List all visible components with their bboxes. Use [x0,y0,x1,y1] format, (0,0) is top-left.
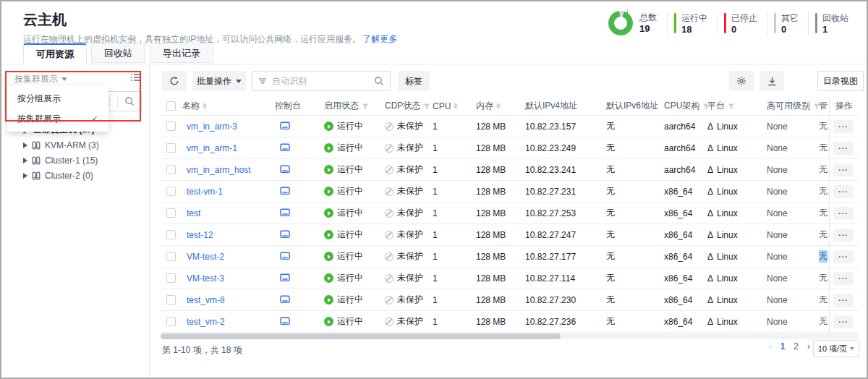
vm-name-link[interactable]: vm_in_arm-3 [187,122,237,132]
row-checkbox[interactable] [166,122,176,131]
vm-name-link[interactable]: test [187,208,200,218]
tree-item-Cluster-1[interactable]: Cluster-1 (15) [1,153,149,168]
console-icon[interactable] [280,143,290,153]
more-actions-button[interactable]: ··· [833,207,854,220]
console-icon[interactable] [280,230,290,239]
caret-right-icon[interactable] [23,158,27,163]
prev-page-icon[interactable]: ‹ [769,341,772,352]
row-checkbox[interactable] [166,165,176,174]
caret-right-icon[interactable] [23,173,27,179]
more-actions-button[interactable]: ··· [833,120,854,133]
more-actions-button[interactable]: ··· [833,163,854,176]
row-checkbox[interactable] [166,208,176,218]
tab-可用资源[interactable]: 可用资源 [23,43,87,64]
next-page-icon[interactable]: › [807,341,810,352]
linux-icon: Δ [707,252,713,262]
more-actions-button[interactable]: ··· [833,229,854,242]
console-cell [275,317,324,326]
more-actions-button[interactable]: ··· [833,272,854,285]
filter-icon[interactable] [813,103,819,110]
column-header-名称[interactable]: 名称 [182,100,275,112]
cdp-label: 未保护 [397,229,423,241]
more-actions-button[interactable]: ··· [833,315,854,328]
directory-view-button[interactable]: 目录视图 [817,71,864,91]
column-header-CDP状态[interactable]: CDP状态 [385,100,433,112]
table-search-input[interactable]: 自动识别 [252,71,391,91]
column-header-平台[interactable]: 平台 [707,100,767,112]
search-icon[interactable] [124,96,135,106]
row-checkbox[interactable] [166,252,176,261]
row-checkbox[interactable] [166,317,176,326]
ipv6-cell: 无 [606,250,664,263]
filter-icon[interactable] [728,103,735,110]
vm-name-link[interactable]: vm_in_arm_host [187,165,251,175]
unprotected-icon [385,252,393,261]
batch-operations-button[interactable]: 批量操作 [192,71,246,91]
row-checkbox[interactable] [166,187,176,196]
sort-icon[interactable] [454,103,458,109]
vm-name-link[interactable]: test_vm-2 [187,317,225,327]
column-header-启用状态[interactable]: 启用状态 [324,100,385,112]
filter-icon[interactable] [362,103,369,110]
row-checkbox[interactable] [166,295,176,305]
tab-导出记录[interactable]: 导出记录 [150,43,213,63]
console-icon[interactable] [280,252,290,261]
vm-name-link[interactable]: VM-test-3 [187,273,224,284]
menu-item-按分组展示[interactable]: 按分组展示 [7,88,109,108]
filter-icon[interactable] [423,103,430,110]
cdp-label: 未保护 [397,272,423,284]
status-cell: 运行中 [324,272,385,284]
tree-list-icon[interactable] [130,72,140,82]
row-checkbox[interactable] [166,273,176,283]
vm-name-link[interactable]: test-12 [187,230,213,240]
download-button[interactable] [760,71,784,91]
page-size-select[interactable]: 10 项/页 [813,340,859,357]
caret-right-icon[interactable] [23,142,27,148]
console-icon[interactable] [280,273,290,283]
unprotected-icon [385,231,393,239]
stat-value: 0 [731,24,757,35]
more-actions-button[interactable]: ··· [833,250,854,263]
sort-icon[interactable] [203,103,207,109]
console-icon[interactable] [280,122,290,131]
sort-icon[interactable] [496,103,501,109]
row-checkbox[interactable] [166,230,176,239]
search-icon[interactable] [374,76,384,86]
menu-item-按集群展示[interactable]: 按集群展示✓ [7,108,109,129]
learn-more-link[interactable]: 了解更多 [362,34,397,44]
tag-button[interactable]: 标签 [398,71,430,91]
tree-item-Cluster-2[interactable]: Cluster-2 (0) [1,168,149,183]
select-all-checkbox[interactable] [166,101,176,111]
tab-回收站[interactable]: 回收站 [91,43,145,63]
vm-name-link[interactable]: test-vm-1 [187,187,223,197]
more-actions-button[interactable]: ··· [833,294,854,307]
console-icon[interactable] [280,187,290,196]
scrollbar-thumb[interactable] [161,333,561,339]
tree-item-KVM-ARM[interactable]: KVM-ARM (3) [1,137,149,153]
more-actions-button[interactable]: ··· [833,142,854,155]
page-number-2[interactable]: 2 [793,341,799,352]
refresh-button[interactable] [162,71,187,91]
ha-cell: None [767,122,819,132]
column-header-内存[interactable]: 内存 [476,100,525,112]
view-mode-dropdown-trigger[interactable]: 按集群展示 [14,73,67,85]
vm-name-link[interactable]: vm_in_arm-1 [187,143,237,153]
column-header-CPU[interactable]: CPU [433,101,476,111]
column-header-高可用级别[interactable]: 高可用级别 [767,100,819,112]
column-header-checkbox[interactable] [161,101,182,111]
more-actions-button[interactable]: ··· [833,185,854,198]
filter-icon[interactable] [702,103,707,110]
horizontal-scrollbar[interactable] [161,333,859,339]
console-icon[interactable] [280,317,290,326]
console-icon[interactable] [280,208,290,218]
vm-name-link[interactable]: VM-test-2 [187,252,224,262]
row-checkbox[interactable] [166,143,176,153]
clipped-value: 无 [819,163,827,176]
ha-cell: None [767,208,819,218]
console-icon[interactable] [280,295,290,305]
console-icon[interactable] [280,165,290,174]
column-header-CPU架构[interactable]: CPU架构 [664,100,707,112]
vm-name-link[interactable]: test_vm-8 [187,295,225,305]
settings-button[interactable] [729,71,754,91]
page-number-1[interactable]: 1 [780,341,786,352]
